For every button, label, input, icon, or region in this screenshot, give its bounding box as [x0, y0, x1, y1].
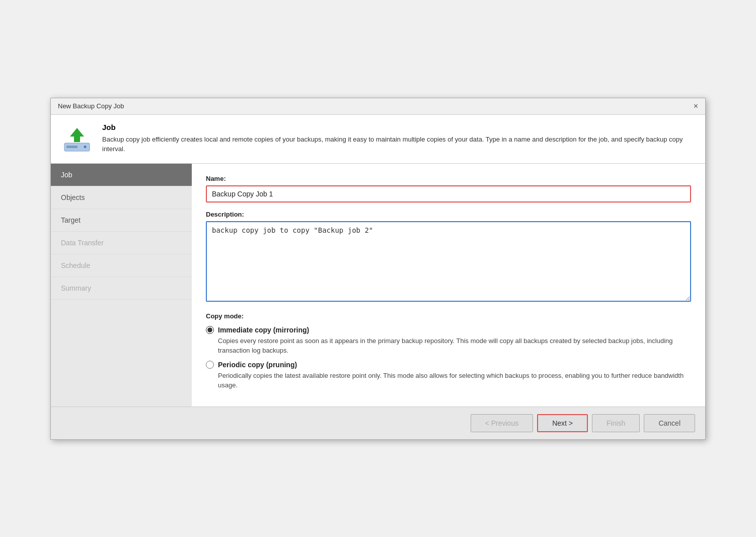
sidebar-item-data-transfer: Data Transfer	[51, 232, 192, 254]
title-bar: New Backup Copy Job ×	[51, 98, 705, 115]
header-text: Job Backup copy job efficiently creates …	[102, 123, 695, 154]
cancel-button[interactable]: Cancel	[644, 414, 695, 432]
svg-point-2	[84, 146, 87, 148]
sidebar-item-objects[interactable]: Objects	[51, 186, 192, 209]
copy-mode-label: Copy mode:	[206, 312, 691, 320]
finish-button[interactable]: Finish	[592, 414, 640, 432]
copy-mode-periodic: Periodic copy (pruning) Periodically cop…	[206, 361, 691, 390]
name-label: Name:	[206, 175, 691, 182]
sidebar-item-schedule: Schedule	[51, 254, 192, 277]
periodic-description: Periodically copies the latest available…	[218, 371, 691, 390]
sidebar-item-summary: Summary	[51, 277, 192, 300]
immediate-radio[interactable]	[206, 326, 214, 334]
content-area: Name: Description: backup copy job to co…	[192, 164, 705, 407]
footer: < Previous Next > Finish Cancel	[51, 407, 705, 439]
name-input[interactable]	[206, 185, 691, 203]
close-button[interactable]: ×	[694, 102, 698, 110]
immediate-description: Copies every restore point as soon as it…	[218, 336, 691, 356]
immediate-label[interactable]: Immediate copy (mirroring)	[218, 326, 309, 334]
header-section: Job Backup copy job efficiently creates …	[51, 115, 705, 164]
copy-mode-immediate: Immediate copy (mirroring) Copies every …	[206, 326, 691, 356]
header-description: Backup copy job efficiently creates loca…	[102, 135, 695, 154]
svg-rect-1	[66, 146, 78, 148]
sidebar: Job Objects Target Data Transfer Schedul…	[51, 164, 192, 407]
previous-button[interactable]: < Previous	[471, 414, 534, 432]
periodic-radio[interactable]	[206, 361, 214, 369]
body-section: Job Objects Target Data Transfer Schedul…	[51, 164, 705, 407]
dialog-title: New Backup Copy Job	[58, 102, 124, 110]
header-title: Job	[102, 123, 695, 131]
next-button[interactable]: Next >	[537, 414, 588, 432]
description-label: Description:	[206, 211, 691, 218]
periodic-label[interactable]: Periodic copy (pruning)	[218, 361, 297, 369]
sidebar-item-target[interactable]: Target	[51, 209, 192, 232]
svg-marker-3	[70, 128, 84, 142]
header-icon	[61, 123, 93, 155]
description-textarea[interactable]: backup copy job to copy "Backup job 2"	[206, 221, 691, 302]
job-icon	[62, 124, 92, 154]
sidebar-item-job[interactable]: Job	[51, 164, 192, 186]
dialog: New Backup Copy Job × Job Backup copy jo…	[50, 98, 706, 440]
